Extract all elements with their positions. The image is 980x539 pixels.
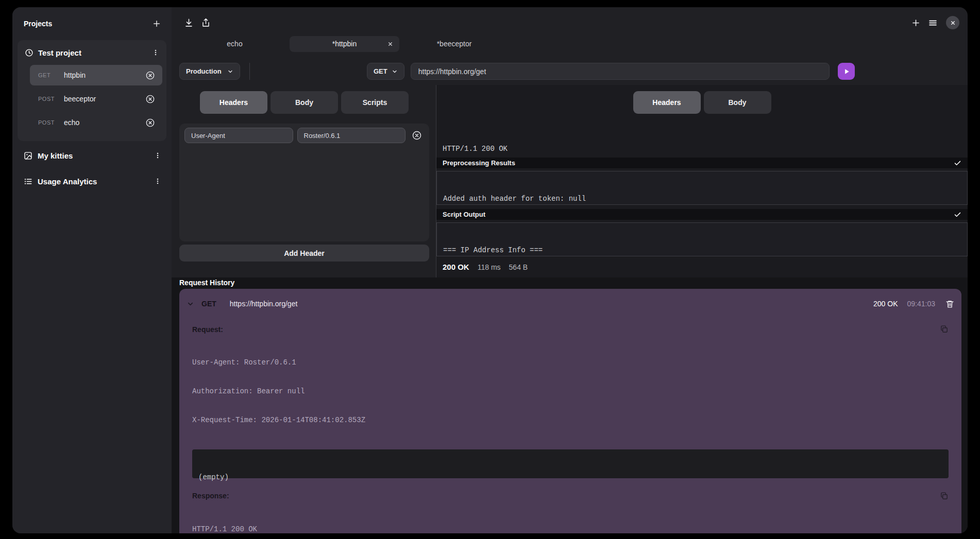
tab-response-body[interactable]: Body bbox=[704, 91, 771, 114]
add-header-button[interactable]: Add Header bbox=[179, 245, 429, 262]
close-tab-button[interactable] bbox=[387, 41, 393, 47]
output-line: === IP Address Info === bbox=[443, 246, 961, 255]
new-tab-button[interactable] bbox=[909, 16, 923, 30]
headers-list bbox=[179, 124, 429, 241]
import-button[interactable] bbox=[182, 16, 196, 30]
collection-name: Usage Analytics bbox=[38, 177, 147, 186]
sidebar-item-httpbin[interactable]: GET httpbin bbox=[30, 65, 162, 85]
project-menu-button[interactable] bbox=[150, 46, 161, 59]
method-dropdown[interactable]: GET bbox=[367, 63, 404, 80]
spacer bbox=[250, 63, 367, 80]
status-code: 200 OK bbox=[443, 263, 469, 271]
header-line: X-Request-Time: 2026-01-14T08:41:02.853Z bbox=[192, 415, 949, 425]
method-label: POST bbox=[38, 119, 57, 126]
header-value-input[interactable] bbox=[297, 128, 406, 143]
response-headers: HTTP/1.1 200 OK Date: Wed, 14 Jan 2026 0… bbox=[192, 506, 949, 533]
list-icon bbox=[24, 177, 32, 186]
tab-response-headers[interactable]: Headers bbox=[633, 91, 701, 114]
copy-response-button[interactable] bbox=[940, 492, 949, 500]
tab-bar: echo *httpbin *beeceptor bbox=[172, 33, 968, 55]
history-status: 200 OK bbox=[873, 300, 898, 308]
tab-request-headers[interactable]: Headers bbox=[200, 91, 267, 114]
collection-menu-button[interactable] bbox=[152, 175, 163, 187]
delete-request-button[interactable] bbox=[143, 68, 157, 82]
history-time: 09:41:03 bbox=[907, 300, 936, 308]
chevron-down-icon[interactable] bbox=[187, 300, 194, 308]
request-panel-tabs: Headers Body Scripts bbox=[179, 91, 429, 114]
project-header[interactable]: Test project bbox=[18, 40, 166, 65]
tab-label: echo bbox=[227, 40, 242, 48]
send-button[interactable] bbox=[838, 63, 855, 80]
tab-echo[interactable]: echo bbox=[180, 36, 290, 52]
request-name: beeceptor bbox=[64, 95, 136, 103]
history-entry-row[interactable]: GET https://httpbin.org/get 200 OK 09:41… bbox=[187, 296, 954, 311]
request-section-header: Request: bbox=[192, 325, 949, 334]
export-button[interactable] bbox=[199, 16, 213, 30]
request-label: Request: bbox=[192, 325, 223, 334]
environment-dropdown[interactable]: Production bbox=[179, 63, 240, 80]
preprocessing-results-header: Preprocessing Results bbox=[436, 158, 968, 168]
sidebar-header: Projects bbox=[12, 7, 172, 37]
play-icon bbox=[843, 68, 850, 75]
hamburger-icon bbox=[928, 18, 938, 28]
close-icon bbox=[950, 20, 956, 26]
add-project-button[interactable] bbox=[150, 17, 163, 30]
body-line: (empty) bbox=[198, 473, 942, 482]
check-icon bbox=[954, 211, 961, 218]
copy-request-button[interactable] bbox=[940, 325, 949, 334]
share-icon bbox=[201, 18, 211, 28]
tab-request-scripts[interactable]: Scripts bbox=[341, 91, 409, 114]
project-card: Test project GET httpbin POST beeceptor bbox=[18, 40, 166, 141]
sidebar-item-my-kitties[interactable]: My kitties bbox=[12, 144, 172, 167]
x-circle-icon bbox=[145, 94, 155, 104]
status-size: 564 B bbox=[509, 263, 528, 271]
delete-history-button[interactable] bbox=[945, 300, 954, 308]
response-headers-preview: HTTP/1.1 200 OK Date: Wed, 14 Jan 2026 0… bbox=[436, 121, 968, 158]
projects-title: Projects bbox=[24, 20, 52, 28]
header-row bbox=[184, 128, 424, 143]
app-window: Projects Test project GET httpbin bbox=[12, 7, 968, 533]
method-label: GET bbox=[38, 72, 57, 78]
script-output: === IP Address Info === IP: 195.146.105.… bbox=[436, 222, 968, 257]
delete-request-button[interactable] bbox=[143, 116, 157, 130]
plus-icon bbox=[152, 19, 161, 28]
x-circle-icon bbox=[145, 118, 155, 128]
sidebar: Projects Test project GET httpbin bbox=[12, 7, 172, 533]
history-method: GET bbox=[201, 300, 216, 308]
tab-request-body[interactable]: Body bbox=[271, 91, 338, 114]
copy-icon bbox=[940, 325, 949, 334]
close-icon bbox=[387, 41, 393, 47]
x-circle-icon bbox=[412, 130, 422, 141]
plus-icon bbox=[911, 18, 921, 28]
chevron-down-icon bbox=[227, 68, 233, 75]
request-history: Request History GET https://httpbin.org/… bbox=[172, 277, 968, 533]
history-entry: GET https://httpbin.org/get 200 OK 09:41… bbox=[179, 289, 961, 533]
method-label: POST bbox=[38, 96, 57, 102]
kebab-icon bbox=[154, 177, 161, 185]
remove-header-button[interactable] bbox=[410, 128, 424, 143]
tab-httpbin[interactable]: *httpbin bbox=[290, 36, 399, 52]
sidebar-item-echo[interactable]: POST echo bbox=[30, 112, 162, 133]
toolbar bbox=[172, 7, 968, 33]
history-url: https://httpbin.org/get bbox=[230, 300, 866, 308]
history-entry-detail: Request: User-Agent: Roster/0.6.1 Author… bbox=[187, 325, 954, 533]
sidebar-item-usage-analytics[interactable]: Usage Analytics bbox=[12, 170, 172, 193]
close-window-button[interactable] bbox=[946, 16, 959, 29]
trash-icon bbox=[945, 300, 954, 308]
request-panel: Headers Body Scripts Add Header bbox=[172, 85, 436, 277]
preprocessing-output: Added auth header for token: null --- Re… bbox=[436, 171, 968, 205]
delete-request-button[interactable] bbox=[143, 92, 157, 106]
url-input[interactable] bbox=[411, 63, 830, 80]
chevron-down-icon bbox=[392, 68, 398, 75]
header-key-input[interactable] bbox=[184, 128, 293, 143]
tab-beeceptor[interactable]: *beeceptor bbox=[399, 36, 509, 52]
clock-icon bbox=[25, 48, 33, 57]
sidebar-item-beeceptor[interactable]: POST beeceptor bbox=[30, 89, 162, 109]
request-history-title: Request History bbox=[172, 277, 968, 287]
environment-label: Production bbox=[186, 67, 222, 75]
kebab-icon bbox=[154, 151, 161, 160]
main-area: echo *httpbin *beeceptor Production GET bbox=[172, 7, 968, 533]
menu-button[interactable] bbox=[926, 16, 940, 30]
request-headers: User-Agent: Roster/0.6.1 Authorization: … bbox=[192, 339, 949, 444]
collection-menu-button[interactable] bbox=[152, 149, 163, 162]
